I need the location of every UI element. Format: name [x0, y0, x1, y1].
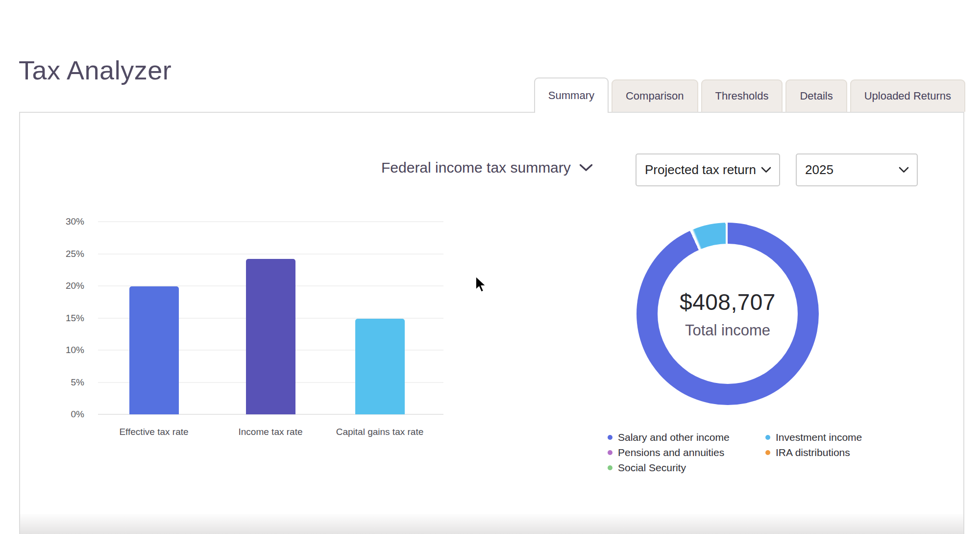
y-tick-label: 20% [66, 280, 84, 291]
panel-bottom-fade [20, 514, 963, 534]
legend-label: Salary and other income [618, 432, 730, 443]
legend-item-pensions-and-annuities: Pensions and annuities [608, 447, 765, 458]
y-tick-label: 15% [66, 313, 84, 324]
tab-comparison[interactable]: Comparison [612, 79, 698, 112]
y-tick-label: 5% [71, 377, 84, 388]
x-category-label: Capital gains tax rate [336, 426, 424, 438]
page-title: Tax Analyzer [19, 55, 172, 85]
legend-label: IRA distributions [776, 447, 850, 458]
total-income-label: Total income [685, 322, 770, 339]
bar-chart-y-axis: 0%5%10%15%20%25%30% [49, 222, 84, 414]
legend-item-investment-income: Investment income [765, 432, 862, 443]
bar-chart-x-axis: Effective tax rateIncome tax rateCapital… [98, 426, 443, 438]
donut-chart: $408,707 Total income [637, 223, 819, 405]
y-tick-label: 10% [66, 345, 84, 356]
year-value: 2025 [805, 162, 833, 178]
legend-item-salary-and-other-income: Salary and other income [608, 432, 765, 443]
legend-label: Social Security [618, 462, 686, 474]
donut-center: $408,707 Total income [658, 244, 798, 384]
legend-dot [608, 465, 612, 470]
y-tick-label: 0% [71, 409, 84, 420]
bar-capital-gains-tax-rate[interactable] [355, 319, 405, 414]
bar-chart [98, 222, 443, 414]
mouse-cursor [475, 276, 487, 293]
donut-legend: Salary and other incomeInvestment income… [608, 432, 862, 473]
gridline [98, 221, 443, 222]
legend-dot [765, 450, 770, 455]
legend-item-social-security: Social Security [608, 462, 765, 473]
legend-label: Investment income [776, 432, 862, 443]
y-tick-label: 25% [66, 249, 84, 259]
gridline [98, 254, 443, 254]
bar-income-tax-rate[interactable] [246, 259, 295, 414]
x-category-label: Income tax rate [239, 426, 303, 438]
chart-type-label: Federal income tax summary [381, 159, 571, 176]
tab-thresholds[interactable]: Thresholds [701, 79, 783, 112]
return-type-value: Projected tax return [645, 162, 756, 178]
legend-dot [608, 450, 612, 455]
chevron-down-icon [579, 164, 593, 172]
tab-summary[interactable]: Summary [534, 77, 609, 113]
bar-effective-tax-rate[interactable] [129, 286, 179, 414]
tab-bar: SummaryComparisonThresholdsDetailsUpload… [534, 77, 965, 113]
chevron-down-icon [899, 167, 909, 173]
x-category-label: Effective tax rate [119, 426, 188, 438]
legend-dot [765, 435, 770, 440]
legend-label: Pensions and annuities [618, 447, 724, 458]
y-tick-label: 30% [66, 216, 84, 227]
legend-dot [608, 435, 612, 440]
total-income-value: $408,707 [680, 289, 776, 315]
return-type-select[interactable]: Projected tax return [636, 153, 780, 186]
tab-uploaded-returns[interactable]: Uploaded Returns [850, 79, 965, 112]
chart-type-dropdown[interactable]: Federal income tax summary [381, 155, 593, 180]
chevron-down-icon [761, 167, 771, 173]
year-select[interactable]: 2025 [796, 153, 918, 186]
tab-details[interactable]: Details [785, 79, 847, 112]
legend-item-ira-distributions: IRA distributions [765, 447, 862, 458]
